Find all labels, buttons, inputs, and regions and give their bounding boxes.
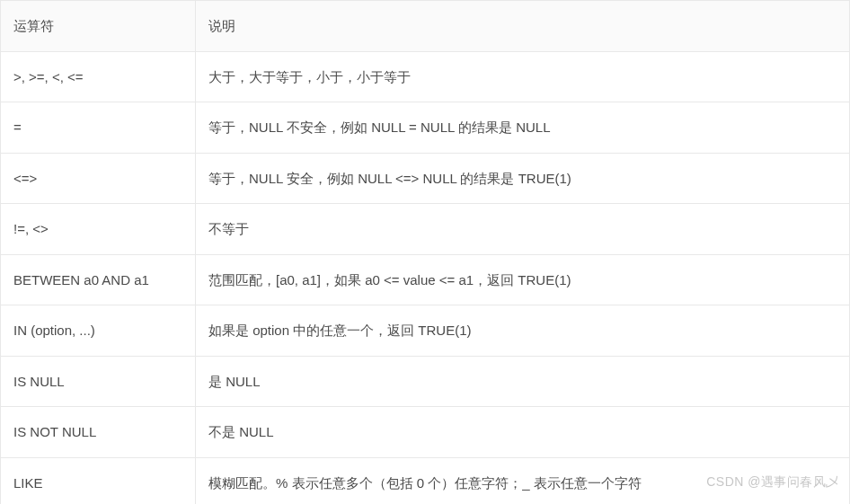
cell-operator: IS NOT NULL <box>1 407 196 458</box>
operators-table: 运算符 说明 >, >=, <, <= 大于，大于等于，小于，小于等于 = 等于… <box>0 0 850 504</box>
cell-description: 如果是 option 中的任意一个，返回 TRUE(1) <box>196 305 850 357</box>
cell-description: 范围匹配，[a0, a1]，如果 a0 <= value <= a1，返回 TR… <box>196 254 850 305</box>
header-description: 说明 <box>196 1 850 52</box>
cell-description: 不等于 <box>196 204 850 255</box>
table-row: IS NOT NULL 不是 NULL <box>1 407 850 458</box>
table-header-row: 运算符 说明 <box>1 1 850 52</box>
cell-description: 是 NULL <box>196 356 850 407</box>
cell-operator: BETWEEN a0 AND a1 <box>1 254 196 305</box>
table-row: >, >=, <, <= 大于，大于等于，小于，小于等于 <box>1 51 850 102</box>
table-row: !=, <> 不等于 <box>1 204 850 255</box>
cell-description: 不是 NULL <box>196 407 850 458</box>
cell-description: 大于，大于等于，小于，小于等于 <box>196 51 850 102</box>
cell-operator: = <box>1 102 196 154</box>
cell-description: 等于，NULL 安全，例如 NULL <=> NULL 的结果是 TRUE(1) <box>196 153 850 204</box>
cell-operator: IS NULL <box>1 356 196 407</box>
cell-description: 等于，NULL 不安全，例如 NULL = NULL 的结果是 NULL <box>196 102 850 154</box>
table-row: IS NULL 是 NULL <box>1 356 850 407</box>
cell-operator: <=> <box>1 153 196 204</box>
cell-operator: LIKE <box>1 457 196 504</box>
table-row: BETWEEN a0 AND a1 范围匹配，[a0, a1]，如果 a0 <=… <box>1 254 850 305</box>
cell-operator: IN (option, ...) <box>1 305 196 357</box>
cell-description: 模糊匹配。% 表示任意多个（包括 0 个）任意字符；_ 表示任意一个字符 <box>196 457 850 504</box>
table-row: IN (option, ...) 如果是 option 中的任意一个，返回 TR… <box>1 305 850 357</box>
table-row: = 等于，NULL 不安全，例如 NULL = NULL 的结果是 NULL <box>1 102 850 154</box>
header-operator: 运算符 <box>1 1 196 52</box>
table-row: <=> 等于，NULL 安全，例如 NULL <=> NULL 的结果是 TRU… <box>1 153 850 204</box>
cell-operator: >, >=, <, <= <box>1 51 196 102</box>
table-row: LIKE 模糊匹配。% 表示任意多个（包括 0 个）任意字符；_ 表示任意一个字… <box>1 457 850 504</box>
cell-operator: !=, <> <box>1 204 196 255</box>
